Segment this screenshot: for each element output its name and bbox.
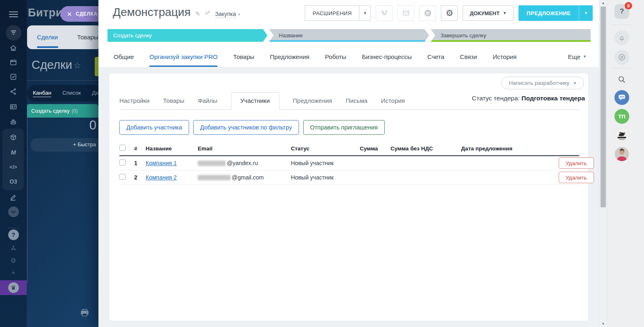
phone-button[interactable] (376, 5, 393, 21)
table-row: 2 Компания 2 @gmail.com Новый участник У… (119, 170, 579, 185)
edit-pencil-icon[interactable]: ✎ (195, 10, 201, 18)
chat-transfer-button[interactable] (614, 50, 629, 65)
view-tab-kanban[interactable]: Канбан (33, 90, 51, 97)
printer-icon[interactable] (80, 309, 89, 318)
tab-bizproc[interactable]: Бизнес-процессы (362, 47, 412, 67)
bg-divider (27, 80, 98, 81)
tab-links[interactable]: Связи (460, 47, 477, 67)
sign-pen-icon[interactable] (0, 192, 27, 202)
group-chat-avatar[interactable] (614, 90, 629, 105)
contacts-card-icon[interactable] (0, 101, 27, 112)
settings-gear-icon[interactable]: ⚙ (0, 255, 27, 266)
sites-window-icon[interactable] (0, 57, 27, 68)
rail-divider (611, 25, 633, 25)
kanban-column-header[interactable]: Создать сделку (0) (27, 104, 98, 118)
select-all-checkbox[interactable] (119, 145, 126, 151)
deal-category[interactable]: Закупка ▾ (215, 11, 240, 18)
stage-create-deal[interactable]: Создать сделку (107, 29, 267, 42)
add-participant-button[interactable]: Добавить участника (119, 120, 189, 135)
extensions-dropdown[interactable]: ▼ (359, 6, 370, 20)
col-proposal-date: Дата предложения (456, 145, 559, 152)
crm-funnel-icon[interactable] (0, 25, 27, 41)
tab-quotes[interactable]: Предложения (270, 47, 309, 67)
integration-molecule-icon[interactable] (0, 243, 27, 253)
hamburger-menu-icon[interactable] (0, 9, 27, 20)
tab-purchases-pro[interactable]: Организуй закупки PRO (149, 47, 217, 67)
write-developer-button[interactable]: Написать разработчику ▼ (501, 77, 584, 89)
chevron-down-icon: ▼ (583, 54, 587, 59)
email-cell: @gmail.com (198, 174, 291, 181)
tab-robots[interactable]: Роботы (325, 47, 346, 67)
tab-invoices[interactable]: Счета (427, 47, 444, 67)
ttab-participants[interactable]: Участники (231, 92, 279, 110)
m-app-icon[interactable]: M (0, 147, 27, 157)
ttab-settings[interactable]: Настройки (119, 97, 150, 109)
crown-app-icon[interactable]: ♛ (0, 280, 27, 295)
tab-history[interactable]: История (493, 47, 516, 67)
add-plus-icon[interactable]: + (0, 268, 27, 278)
view-tab-list[interactable]: Список (62, 90, 81, 96)
company-link[interactable]: Компания 1 (146, 160, 177, 166)
scroll-up-arrow[interactable]: ▲ (599, 1, 607, 5)
o3-app-icon[interactable]: О3 (0, 176, 27, 187)
add-participants-filter-button[interactable]: Добавить участников по фильтру (193, 120, 299, 135)
ttab-files[interactable]: Файлы (198, 97, 217, 109)
favorite-star-icon[interactable]: ☆ (73, 61, 81, 70)
stage-close-deal[interactable]: Завершить сделку (431, 29, 591, 42)
delete-button[interactable]: Удалить (559, 157, 594, 169)
company-home-icon[interactable] (0, 43, 27, 53)
add-deal-button-partial[interactable] (95, 57, 98, 76)
document-button[interactable]: ДОКУМЕНТ ▼ (463, 5, 513, 21)
tab-products[interactable]: Товары (233, 47, 254, 67)
stage-name[interactable]: Название (269, 29, 429, 42)
tab-more[interactable]: Еще ▼ (568, 53, 587, 60)
send-invitations-button[interactable]: Отправить приглашения (303, 120, 385, 135)
help-button[interactable]: ? 8 (614, 4, 629, 19)
tab-general[interactable]: Общие (114, 47, 134, 67)
help-icon[interactable]: ? (0, 229, 27, 240)
ttab-proposals[interactable]: Предложения (293, 97, 332, 109)
network-share-icon[interactable] (0, 86, 27, 97)
tasks-check-icon[interactable] (0, 71, 27, 82)
proposal-label: ПРЕДЛОЖЕНИЕ (518, 5, 579, 21)
scrollbar-thumb[interactable] (601, 7, 606, 207)
developer-code-icon[interactable]: </> (0, 161, 27, 172)
company-link[interactable]: Компания 2 (146, 174, 177, 181)
right-rail: ? 8 ТП (607, 0, 644, 327)
deal-toolbar: РАСШИРЕНИЯ ▼ ⚙ ДОКУМЕНТ ▼ ПРЕДЛОЖЕНИЕ ▼ (305, 5, 593, 21)
company-logo-avatar[interactable] (614, 128, 629, 143)
tp-avatar[interactable]: ТП (614, 109, 629, 124)
deal-title[interactable]: Демонстрация (113, 6, 191, 19)
ttab-products[interactable]: Товары (163, 97, 185, 109)
extensions-button[interactable]: РАСШИРЕНИЯ ▼ (305, 5, 371, 21)
delete-button[interactable]: Удалить (559, 172, 594, 183)
email-button[interactable] (397, 5, 414, 21)
user-avatar[interactable] (614, 147, 629, 161)
bitrix24-app: M </> О3 ? ⚙ + ♛ (0, 0, 644, 327)
tab-products[interactable]: Товары (77, 34, 98, 41)
col-email: Email (198, 145, 291, 152)
proposal-button[interactable]: ПРЕДЛОЖЕНИЕ ▼ (518, 5, 593, 21)
quick-deal-label: + Быстра (73, 141, 96, 148)
ttab-history[interactable]: История (381, 97, 405, 109)
scroll-down-arrow[interactable]: ▼ (599, 322, 607, 326)
chat-1c-button[interactable] (419, 5, 436, 21)
robot-icon[interactable] (0, 116, 27, 127)
collapse-chevron-icon[interactable] (0, 207, 27, 217)
link-icon[interactable] (205, 10, 210, 18)
tab-deals[interactable]: Сделки (37, 34, 58, 41)
close-icon[interactable]: ✕ (67, 11, 72, 17)
page-scrollbar[interactable]: ▲ ▼ (599, 0, 607, 327)
notifications-bell-button[interactable] (614, 30, 629, 45)
view-tab-activities[interactable]: Де (92, 90, 98, 96)
proposal-dropdown[interactable]: ▼ (579, 5, 593, 21)
market-cube-icon[interactable] (0, 132, 27, 143)
table-header-row: # Название Email Статус Сумма Сумма без … (119, 143, 579, 156)
row-checkbox[interactable] (119, 174, 126, 180)
ttab-letters[interactable]: Письма (346, 97, 368, 109)
settings-gear-button[interactable]: ⚙ (441, 5, 458, 21)
quick-deal-button[interactable]: + Быстра (30, 138, 98, 152)
deal-slider-pill[interactable]: ✕ СДЕЛКА (60, 6, 98, 22)
row-checkbox[interactable] (119, 159, 126, 166)
search-button[interactable] (614, 72, 629, 87)
